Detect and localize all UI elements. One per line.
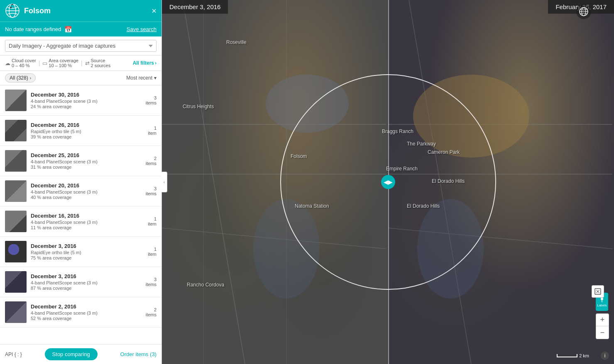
item-count: 2items [146,156,157,166]
item-type: 4-band PlanetScope scene (3 m) [31,99,142,104]
chevron-down-icon: ▾ [154,75,157,81]
item-coverage: 40 % area coverage [31,195,142,200]
item-info: December 30, 2016 4-band PlanetScope sce… [31,92,142,109]
item-date: December 26, 2016 [31,122,144,128]
map-area[interactable]: Roseville Citrus Heights Folsom Cameron … [162,0,614,364]
item-date: December 25, 2016 [31,152,142,158]
svg-line-16 [409,0,471,364]
map-background: Roseville Citrus Heights Folsom Cameron … [162,0,614,364]
header-left: Folsom [5,3,51,18]
item-type: RapidEye ortho tile (5 m) [31,129,144,134]
cloud-cover-label: Cloud cover [12,58,36,63]
item-coverage: 11 % area coverage [31,225,144,230]
map-controls: Labels + − [596,293,609,339]
item-info: December 20, 2016 4-band PlanetScope sce… [31,182,142,200]
count-badge[interactable]: All (328) › [5,73,36,83]
date-bar: No date ranges defined 📅 Save search [0,22,161,36]
item-count: 3items [146,186,157,196]
cloud-cover-filter[interactable]: ☁ Cloud cover 0 – 40 % [5,58,36,68]
filters-row: ☁ Cloud cover 0 – 40 % | ▭ Area coverage… [0,56,161,71]
item-count: 1item [148,216,157,226]
api-label[interactable]: API { : } [5,352,22,357]
list-item[interactable]: December 20, 2016 4-band PlanetScope sce… [0,176,161,206]
scale-bar: 2 km [557,353,589,358]
all-filters-button[interactable]: All filters › [133,60,157,66]
map-right-panel [388,0,614,364]
thumbnail [5,180,27,202]
thumbnail [5,150,27,172]
item-count: 2items [146,307,157,317]
item-date: December 2, 2016 [31,303,142,310]
item-date: December 16, 2016 [31,213,144,219]
area-coverage-range: 10 – 100 % [49,63,78,68]
zoom-controls: + − [596,313,609,339]
svg-point-3 [10,7,12,8]
cloud-cover-range: 0 – 40 % [12,63,36,68]
list-item[interactable]: December 16, 2016 4-band PlanetScope sce… [0,206,161,237]
split-arrows-icon: ◀▶ [384,179,393,185]
svg-point-18 [417,199,484,298]
item-info: December 3, 2016 RapidEye ortho tile (5 … [31,243,144,260]
item-info: December 25, 2016 4-band PlanetScope sce… [31,152,142,170]
item-type: 4-band PlanetScope scene (3 m) [31,189,142,194]
sort-dropdown[interactable]: Most recent ▾ [126,75,157,81]
thumbnail [5,241,27,262]
list-item[interactable]: December 3, 2016 4-band PlanetScope scen… [0,267,161,297]
area-icon: ▭ [42,60,47,66]
item-type: 4-band PlanetScope scene (3 m) [31,159,142,164]
info-button[interactable]: i [601,352,609,360]
order-items-button[interactable]: Order items (3) [120,351,157,357]
item-info: December 3, 2016 4-band PlanetScope scen… [31,273,142,291]
date-bar-left: No date ranges defined 📅 [5,26,72,33]
item-count: 3items [146,95,157,105]
globe-button[interactable] [576,4,591,19]
calendar-icon[interactable]: 📅 [64,26,72,33]
source-filter[interactable]: ⇄ Source 2 sources [85,58,111,68]
item-info: December 16, 2016 4-band PlanetScope sce… [31,213,144,230]
imagery-dropdown-container: Daily Imagery - Aggregate of image captu… [0,36,161,56]
list-item[interactable]: December 30, 2016 4-band PlanetScope sce… [0,85,161,116]
zoom-out-button[interactable]: − [596,326,609,339]
item-type: 4-band PlanetScope scene (3 m) [31,220,144,225]
area-coverage-filter[interactable]: ▭ Area coverage 10 – 100 % [42,58,78,68]
scale-line [557,354,577,357]
stop-comparing-button[interactable]: Stop comparing [45,348,98,360]
item-type: 4-band PlanetScope scene (3 m) [31,280,142,285]
sidebar: Folsom × No date ranges defined 📅 Save s… [0,0,162,364]
labels-text: Labels [597,303,607,307]
area-coverage-label: Area coverage [49,58,78,63]
item-type: RapidEye ortho tile (5 m) [31,250,144,255]
list-item[interactable]: December 3, 2016 RapidEye ortho tile (5 … [0,237,161,267]
close-button[interactable]: × [152,7,157,15]
sidebar-header: Folsom × [0,0,161,22]
zoom-in-button[interactable]: + [596,314,609,326]
filter-divider-2: | [81,60,83,66]
list-item[interactable]: December 2, 2016 4-band PlanetScope scen… [0,297,161,328]
count-sort-row: All (328) › Most recent ▾ [0,71,161,85]
svg-point-11 [266,75,349,133]
source-icon: ⇄ [85,60,90,66]
expand-sidebar-arrow[interactable]: ‹ [161,172,167,192]
list-item[interactable]: December 25, 2016 4-band PlanetScope sce… [0,146,161,176]
chevron-right-small: › [30,76,31,80]
thumbnail [5,271,27,293]
filter-divider-1: | [39,60,40,66]
list-item[interactable]: December 26, 2016 RapidEye ortho tile (5… [0,116,161,146]
item-count: 1item [148,126,157,136]
thumbnail [5,120,27,141]
item-count: 1item [148,247,157,257]
cloud-icon: ☁ [5,60,10,66]
sidebar-title: Folsom [24,7,51,15]
save-search-button[interactable]: Save search [127,26,157,32]
item-coverage: 39 % area coverage [31,134,144,139]
thumbnail [5,90,27,111]
add-aoi-button[interactable] [592,285,604,298]
svg-line-5 [183,0,245,364]
chevron-left-icon: ‹ [164,180,165,184]
source-label: Source [91,58,111,63]
scale-label: 2 km [579,353,589,358]
globe-icon [5,3,20,18]
split-handle[interactable]: ◀▶ [381,175,395,189]
item-info: December 2, 2016 4-band PlanetScope scen… [31,303,142,321]
imagery-type-select[interactable]: Daily Imagery - Aggregate of image captu… [5,40,157,52]
